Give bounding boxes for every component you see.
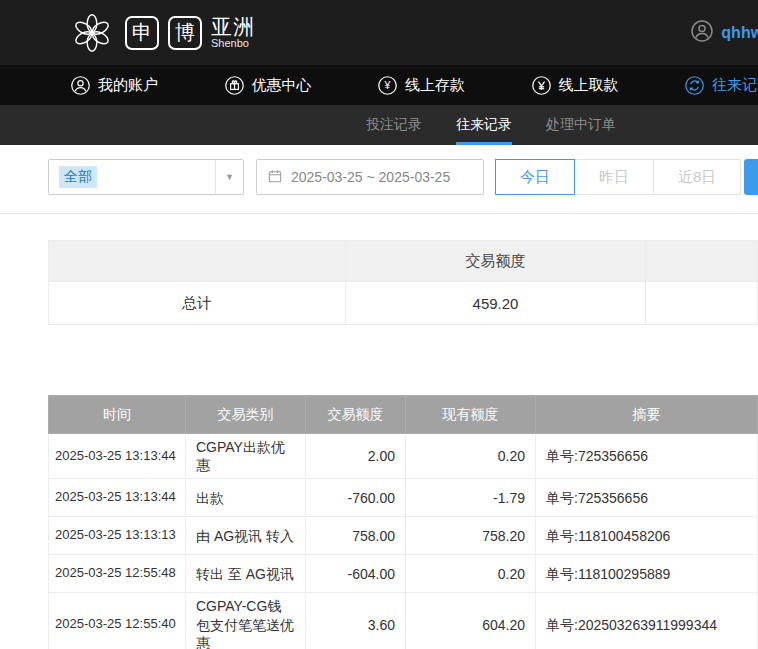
summary-header-cutoff (646, 241, 758, 282)
last-8-days-button[interactable]: 近8日 (653, 159, 741, 195)
date-range-picker[interactable]: 2025-03-25 ~ 2025-03-25 (256, 159, 484, 195)
table-cell: 0.20 (406, 555, 536, 593)
records-icon (684, 75, 705, 96)
table-cell: -760.00 (306, 479, 406, 517)
transactions-tbody: 2025-03-25 13:13:44CGPAY出款优惠2.000.20单号:7… (49, 434, 758, 649)
table-cell: 604.20 (406, 593, 536, 649)
summary-header-amount: 交易额度 (346, 241, 646, 282)
nav-item-my-account[interactable]: 我的账户 (70, 75, 158, 96)
quick-date-buttons: 今日 昨日 近8日 (496, 159, 741, 195)
table-row: 2025-03-25 13:13:44CGPAY出款优惠2.000.20单号:7… (49, 434, 758, 479)
filter-bar: 全部 ▼ 2025-03-25 ~ 2025-03-25 今日 昨日 近8日 (48, 159, 758, 195)
table-cell: 2.00 (306, 434, 406, 479)
header-time: 时间 (49, 396, 186, 434)
table-cell: 3.60 (306, 593, 406, 649)
table-cell: 单号:725356656 (536, 434, 758, 479)
today-button[interactable]: 今日 (495, 159, 575, 195)
promo-icon (224, 75, 245, 96)
user-avatar-icon (690, 19, 714, 47)
nav-label: 优惠中心 (252, 76, 312, 95)
table-cell: 0.20 (406, 434, 536, 479)
date-range-value: 2025-03-25 ~ 2025-03-25 (291, 169, 450, 185)
svg-text:¥: ¥ (384, 79, 391, 91)
table-cell: 758.00 (306, 517, 406, 555)
caret-down-icon: ▼ (215, 160, 243, 194)
table-cell: 2025-03-25 13:13:13 (49, 517, 186, 555)
nav-item-records[interactable]: 往来记录 (684, 75, 758, 96)
table-cell: 2025-03-25 13:13:44 (49, 479, 186, 517)
tab-transaction-records[interactable]: 往来记录 (456, 105, 512, 145)
table-cell: 转出 至 AG视讯 (186, 555, 306, 593)
sub-nav: 投注记录 往来记录 处理中订单 (0, 105, 758, 145)
brand-region-cn: 亚洲 (211, 16, 255, 38)
account-icon (70, 75, 91, 96)
nav-label: 线上取款 (559, 76, 619, 95)
top-brand-bar: 申 博 亚洲 Shenbo qhhw2 (0, 0, 758, 65)
brand-char-bo: 博 (168, 16, 202, 50)
table-row: 2025-03-25 12:55:48转出 至 AG视讯-604.000.20单… (49, 555, 758, 593)
username-text[interactable]: qhhw2 (721, 24, 758, 42)
calendar-icon (267, 168, 283, 187)
main-nav: 我的账户 优惠中心 ¥ 线上存款 线上取款 (0, 65, 758, 105)
transactions-header-row: 时间 交易类别 交易额度 现有额度 摘要 (49, 396, 758, 434)
table-row: 2025-03-25 13:13:13由 AG视讯 转入758.00758.20… (49, 517, 758, 555)
transactions-table: 时间 交易类别 交易额度 现有额度 摘要 2025-03-25 13:13:44… (48, 395, 758, 649)
header-category: 交易类别 (186, 396, 306, 434)
nav-item-promotions[interactable]: 优惠中心 (224, 75, 312, 96)
table-cell: 单号:118100458206 (536, 517, 758, 555)
tab-pending-orders[interactable]: 处理中订单 (546, 105, 616, 145)
category-dropdown[interactable]: 全部 ▼ (48, 159, 244, 195)
yesterday-button[interactable]: 昨日 (574, 159, 654, 195)
table-cell: 2025-03-25 12:55:40 (49, 593, 186, 649)
header-summary: 摘要 (536, 396, 758, 434)
table-cell: CGPAY-CG钱包支付笔笔送优惠 (186, 593, 306, 649)
sub-nav-tabs: 投注记录 往来记录 处理中订单 (366, 105, 616, 145)
table-cell: -604.00 (306, 555, 406, 593)
brand-subtitle: Shenbo (211, 38, 255, 50)
summary-total-value: 459.20 (346, 282, 646, 325)
tab-bet-records[interactable]: 投注记录 (366, 105, 422, 145)
flower-logo-icon (68, 9, 116, 57)
table-cell: 单号:725356656 (536, 479, 758, 517)
header-amount: 交易额度 (306, 396, 406, 434)
table-cell: CGPAY出款优惠 (186, 434, 306, 479)
deposit-icon: ¥ (377, 75, 398, 96)
summary-table: 交易额度 总计 459.20 (48, 240, 758, 325)
nav-label: 我的账户 (98, 76, 158, 95)
summary-total-cutoff (646, 282, 758, 325)
brand-region: 亚洲 Shenbo (211, 16, 255, 50)
nav-item-withdraw[interactable]: 线上取款 (531, 75, 619, 96)
table-cell: 2025-03-25 12:55:48 (49, 555, 186, 593)
summary-total-label: 总计 (49, 282, 346, 325)
category-selected-value: 全部 (59, 166, 97, 188)
section-divider (0, 213, 758, 214)
brand-char-shen: 申 (125, 16, 159, 50)
summary-header-row: 交易额度 (49, 241, 758, 282)
table-cell: 单号:202503263911999344 (536, 593, 758, 649)
summary-total-row: 总计 459.20 (49, 282, 758, 325)
table-cell: 2025-03-25 13:13:44 (49, 434, 186, 479)
table-row: 2025-03-25 13:13:44出款-760.00-1.79单号:7253… (49, 479, 758, 517)
nav-label: 线上存款 (405, 76, 465, 95)
table-row: 2025-03-25 12:55:40CGPAY-CG钱包支付笔笔送优惠3.60… (49, 593, 758, 649)
nav-label: 往来记录 (712, 76, 758, 95)
table-cell: 758.20 (406, 517, 536, 555)
summary-header-empty (49, 241, 346, 282)
nav-item-deposit[interactable]: ¥ 线上存款 (377, 75, 465, 96)
user-account-area[interactable]: qhhw2 (690, 19, 758, 47)
table-cell: -1.79 (406, 479, 536, 517)
table-cell: 单号:118100295889 (536, 555, 758, 593)
withdraw-icon (531, 75, 552, 96)
query-button[interactable] (744, 159, 758, 195)
table-cell: 由 AG视讯 转入 (186, 517, 306, 555)
header-balance: 现有额度 (406, 396, 536, 434)
table-cell: 出款 (186, 479, 306, 517)
